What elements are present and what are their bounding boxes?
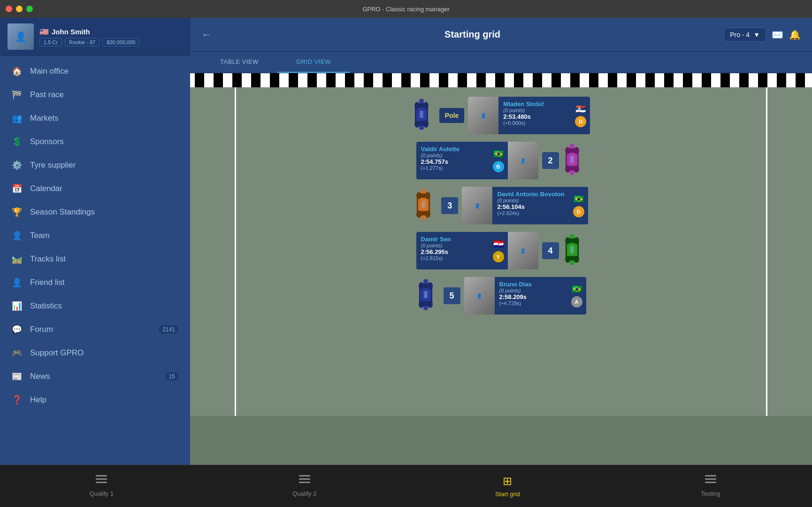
- svg-point-28: [574, 237, 579, 244]
- nav-icon-help: ❓: [11, 395, 23, 405]
- sidebar-item-season-standings[interactable]: 🏆 Season Standings: [0, 200, 190, 224]
- driver-time: 2:53.480s: [503, 113, 567, 120]
- driver-card[interactable]: 👤 Bruno Dias (0 points) 2:58.209s (+4.72…: [464, 277, 586, 315]
- sidebar-item-sponsors[interactable]: 💲 Sponsors: [0, 130, 190, 154]
- sidebar-item-tracks-list[interactable]: 🛤️ Tracks list: [0, 247, 190, 271]
- driver-gap: (+4.729s): [499, 300, 563, 306]
- svg-rect-42: [96, 482, 107, 483]
- svg-rect-47: [705, 478, 716, 480]
- bottom-tab-testing[interactable]: Testing: [609, 465, 812, 507]
- bottom-tab-label-start-grid: Start grid: [495, 491, 520, 498]
- sidebar-item-friend-list[interactable]: 👤 Friend list: [0, 271, 190, 294]
- driver-card[interactable]: 👤 David Antonio Bovolon (0 points) 2:56.…: [462, 187, 588, 224]
- sidebar-item-past-race[interactable]: 🏁 Past race: [0, 83, 190, 107]
- sidebar-item-markets[interactable]: 👥 Markets: [0, 107, 190, 130]
- driver-card[interactable]: Damir Sen (0 points) 2:56.295s (+2.815s)…: [416, 232, 538, 269]
- money-badge: $30,000,000: [102, 38, 139, 46]
- driver-photo-placeholder: 👤: [464, 277, 495, 315]
- svg-point-5: [414, 121, 420, 128]
- credits-badge: 1.5 Cr: [39, 38, 62, 46]
- grid-row: 3 👤 David Antonio Bovolon (0 points) 2:5…: [204, 187, 798, 224]
- nav-label-forum: Forum: [30, 325, 151, 334]
- sidebar-item-statistics[interactable]: 📊 Statistics: [0, 294, 190, 318]
- driver-time: 2:54.757s: [421, 158, 484, 165]
- bottom-tab-start-grid[interactable]: ⊞ Start grid: [406, 465, 609, 507]
- nav-label-season-standings: Season Standings: [30, 207, 179, 217]
- svg-point-12: [574, 147, 579, 154]
- mail-button[interactable]: ✉️: [772, 29, 783, 40]
- position-number: 5: [444, 287, 460, 304]
- group-label: Pro - 4: [730, 31, 750, 38]
- svg-point-22: [425, 211, 430, 218]
- sidebar-item-help[interactable]: ❓ Help: [0, 388, 190, 412]
- svg-point-35: [419, 282, 424, 289]
- sidebar-item-calendar[interactable]: 📅 Calendar: [0, 177, 190, 200]
- bottom-bar: Qualify 1 Qualify 2 ⊞ Start grid Testing: [0, 465, 812, 507]
- sidebar-item-support-gpro[interactable]: 🎮 Support GPRO: [0, 341, 190, 365]
- sidebar-item-forum[interactable]: 💬 Forum 2141: [0, 318, 190, 341]
- title-bar: GPRO - Classic racing manager: [0, 0, 812, 18]
- svg-rect-39: [424, 291, 428, 298]
- svg-rect-31: [570, 246, 574, 253]
- sidebar-item-news[interactable]: 📰 News 15: [0, 365, 190, 388]
- svg-point-30: [574, 256, 579, 263]
- driver-card[interactable]: 👤 Mladen Stošić (0 points) 2:53.480s (+0…: [468, 97, 590, 134]
- rank-badge: Rookie - 87: [65, 38, 100, 46]
- bottom-tab-qualify1[interactable]: Qualify 1: [0, 465, 203, 507]
- nav-label-support-gpro: Support GPRO: [30, 348, 179, 358]
- nav-badge-news: 15: [165, 372, 179, 381]
- close-button[interactable]: [6, 6, 12, 12]
- nav-icon-tracks-list: 🛤️: [11, 254, 23, 264]
- tab-table-view[interactable]: TABLE VIEW: [201, 52, 277, 73]
- nav-icon-friend-list: 👤: [11, 277, 23, 288]
- track-lanes: Pole 👤 Mladen Stošić (0 points) 2:53.480…: [204, 87, 798, 331]
- minimize-button[interactable]: [16, 6, 23, 12]
- sidebar-item-main-office[interactable]: 🏠 Main office: [0, 60, 190, 83]
- svg-point-29: [565, 256, 570, 263]
- nav-label-tyre-supplier: Tyre supplier: [30, 161, 179, 170]
- nav-label-sponsors: Sponsors: [30, 137, 179, 146]
- grid-content[interactable]: Pole 👤 Mladen Stošić (0 points) 2:53.480…: [190, 73, 812, 465]
- svg-point-11: [565, 147, 570, 154]
- sidebar-nav: 🏠 Main office 🏁 Past race 👥 Markets 💲 Sp…: [0, 56, 190, 465]
- driver-photo: 👤: [462, 187, 492, 224]
- bottom-tab-label-qualify1: Qualify 1: [90, 490, 114, 497]
- back-button[interactable]: ←: [201, 29, 212, 41]
- tab-grid-view[interactable]: GRID VIEW: [277, 52, 350, 73]
- grid-row: Valdir Aulette (0 points) 2:54.757s (+1.…: [204, 142, 798, 179]
- top-right-controls: Pro - 4 ▼ ✉️ 🔔: [724, 28, 801, 42]
- page-title: Starting grid: [221, 29, 724, 40]
- avatar-image: 👤: [8, 23, 34, 50]
- top-bar: ← Starting grid Pro - 4 ▼ ✉️ 🔔: [190, 18, 812, 52]
- car-image: [563, 232, 586, 269]
- nav-label-team: Team: [30, 231, 179, 240]
- nav-label-news: News: [30, 372, 158, 381]
- bottom-tab-icon-qualify1: [96, 475, 107, 487]
- checkered-banner: [190, 73, 812, 87]
- svg-rect-48: [705, 482, 716, 483]
- svg-rect-46: [705, 475, 716, 476]
- maximize-button[interactable]: [26, 6, 33, 12]
- nav-icon-past-race: 🏁: [11, 90, 23, 100]
- bottom-tab-qualify2[interactable]: Qualify 2: [203, 465, 406, 507]
- driver-info: Damir Sen (0 points) 2:56.295s (+2.815s): [416, 232, 489, 269]
- nav-icon-calendar: 📅: [11, 184, 23, 194]
- driver-name: Bruno Dias: [499, 281, 563, 288]
- driver-photo: 👤: [464, 277, 495, 315]
- driver-card[interactable]: Valdir Aulette (0 points) 2:54.757s (+1.…: [416, 142, 538, 179]
- bottom-tab-icon-qualify2: [299, 475, 310, 487]
- position-number: 2: [542, 152, 559, 169]
- svg-point-21: [416, 211, 421, 218]
- sidebar-item-tyre-supplier[interactable]: ⚙️ Tyre supplier: [0, 154, 190, 177]
- driver-photo-placeholder: 👤: [462, 187, 492, 224]
- sidebar-header: 👤 🇺🇸 John Smith 1.5 Cr Rookie - 87 $30,0…: [0, 18, 190, 56]
- grid-row: Damir Sen (0 points) 2:56.295s (+2.815s)…: [204, 232, 798, 269]
- driver-points: (0 points): [421, 153, 484, 158]
- driver-info: David Antonio Bovolon (0 points) 2:56.10…: [492, 187, 569, 224]
- notification-button[interactable]: 🔔: [789, 29, 801, 40]
- group-selector[interactable]: Pro - 4 ▼: [724, 28, 766, 42]
- driver-photo: 👤: [508, 232, 538, 269]
- user-badges: 1.5 Cr Rookie - 87 $30,000,000: [39, 38, 139, 46]
- sidebar-item-team[interactable]: 👤 Team: [0, 224, 190, 247]
- driver-points: (0 points): [421, 243, 484, 248]
